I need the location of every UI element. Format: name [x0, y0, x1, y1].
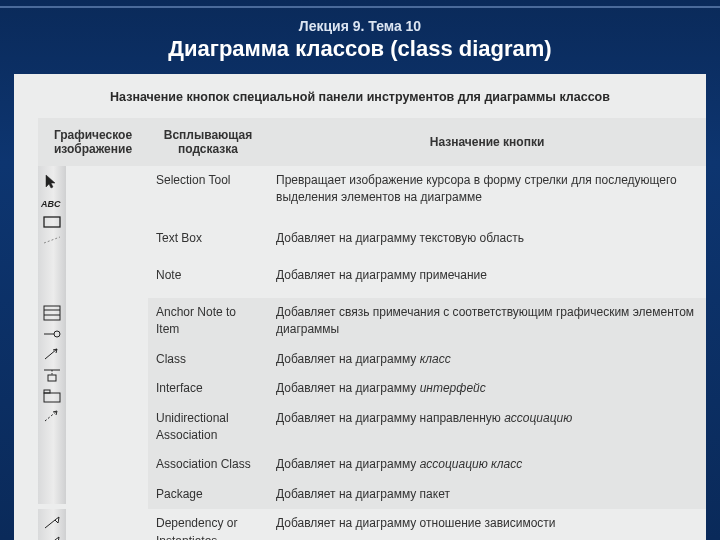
table-row: ABC Selection Tool Превращает изображени… — [14, 166, 706, 224]
purpose-cell: Добавляет на диаграмму класс — [268, 345, 706, 374]
svg-rect-12 — [44, 393, 60, 402]
tooltip-cell: Class — [148, 345, 268, 374]
tooltip-cell: Unidirectional Association — [148, 404, 268, 451]
tooltip-cell: Note — [148, 261, 268, 298]
svg-rect-3 — [44, 306, 60, 320]
toolbar-icons-group-3 — [38, 509, 66, 540]
purpose-cell: Добавляет на диаграмму текстовую область — [268, 224, 706, 261]
tooltip-cell: Dependency or Instantiates — [148, 509, 268, 540]
slide-header: Лекция 9. Тема 10 Диаграмма классов (cla… — [0, 6, 720, 74]
tooltip-cell: Association Class — [148, 450, 268, 479]
purpose-cell: Добавляет на диаграмму интерфейс — [268, 374, 706, 403]
generalization-icon — [43, 516, 61, 530]
slide-title: Диаграмма классов (class diagram) — [0, 36, 720, 62]
abc-icon: ABC — [41, 197, 63, 209]
svg-line-14 — [45, 411, 57, 421]
purpose-cell: Добавляет связь примечания с соответству… — [268, 298, 706, 345]
svg-rect-11 — [48, 375, 56, 381]
col-graphic: Графическое изображение — [38, 118, 148, 166]
dependency-icon — [43, 409, 61, 423]
svg-point-7 — [54, 331, 60, 337]
class-icon — [43, 305, 61, 321]
tools-table: Графическое изображение Всплывающая подс… — [14, 118, 706, 540]
col-purpose: Назначение кнопки — [268, 118, 706, 166]
tooltip-cell: Selection Tool — [148, 166, 268, 224]
purpose-cell: Добавляет на диаграмму ассоциацию класс — [268, 450, 706, 479]
purpose-cell: Превращает изображение курсора в форму с… — [268, 166, 706, 224]
purpose-cell: Добавляет на диаграмму примечание — [268, 261, 706, 298]
toolbar-icons-group-1: ABC — [38, 166, 66, 298]
toolbar-icons-group-2 — [38, 298, 66, 504]
textbox-icon — [43, 215, 61, 229]
purpose-cell: Добавляет на диаграмму пакет — [268, 480, 706, 509]
tooltip-cell: Text Box — [148, 224, 268, 261]
tooltip-cell: Anchor Note to Item — [148, 298, 268, 345]
tooltip-cell: Package — [148, 480, 268, 509]
note-line-icon — [43, 235, 61, 245]
purpose-cell: Добавляет на диаграмму отношение зависим… — [268, 509, 706, 540]
table-row: Dependency or Instantiates Добавляет на … — [14, 509, 706, 540]
content-panel: Назначение кнопок специальной панели инс… — [14, 74, 706, 540]
tooltip-cell: Interface — [148, 374, 268, 403]
svg-line-8 — [45, 349, 57, 359]
lecture-label: Лекция 9. Тема 10 — [0, 18, 720, 34]
col-tooltip: Всплывающая подсказка — [148, 118, 268, 166]
association-icon — [43, 347, 61, 361]
svg-line-2 — [44, 237, 60, 243]
assoc-class-icon — [43, 367, 61, 383]
realize-icon — [43, 536, 61, 540]
svg-text:ABC: ABC — [41, 199, 61, 209]
purpose-cell: Добавляет на диаграмму направленную ассо… — [268, 404, 706, 451]
interface-icon — [43, 327, 61, 341]
svg-line-15 — [45, 520, 55, 528]
cursor-icon — [43, 173, 61, 191]
svg-rect-13 — [44, 390, 50, 393]
package-icon — [43, 389, 61, 403]
svg-rect-1 — [44, 217, 60, 227]
table-row: Anchor Note to Item Добавляет связь прим… — [14, 298, 706, 345]
table-caption: Назначение кнопок специальной панели инс… — [14, 74, 706, 118]
